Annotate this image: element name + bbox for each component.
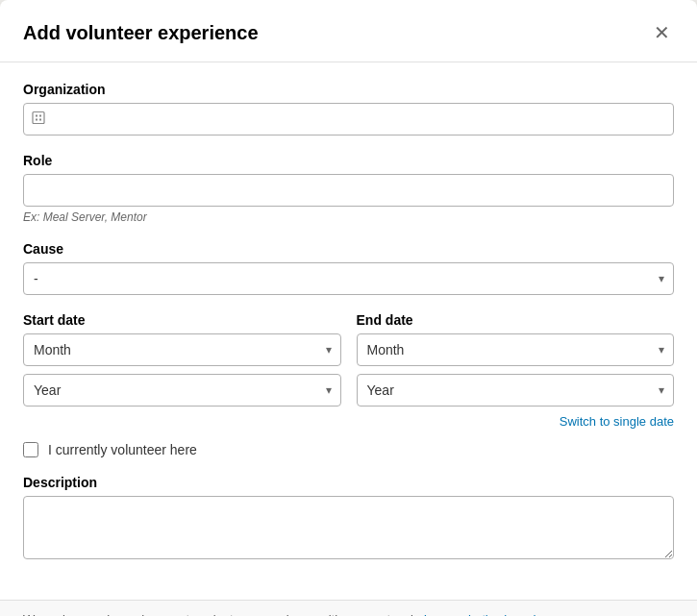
- end-month-wrapper: Month ▾: [357, 333, 675, 366]
- end-year-select[interactable]: Year: [357, 374, 675, 407]
- cause-label: Cause: [23, 241, 674, 257]
- end-date-col: End date Month ▾: [357, 312, 675, 366]
- start-year-col: Year ▾: [23, 374, 341, 407]
- description-textarea[interactable]: [23, 496, 674, 559]
- svg-rect-2: [39, 115, 41, 117]
- svg-rect-3: [36, 119, 37, 121]
- switch-to-single-date-link[interactable]: Switch to single date: [560, 414, 674, 429]
- modal-overlay: Add volunteer experience ✕ Organization: [0, 0, 697, 616]
- end-year-wrapper: Year ▾: [357, 374, 675, 407]
- role-hint: Ex: Meal Server, Mentor: [23, 210, 674, 224]
- end-month-select[interactable]: Month: [357, 333, 675, 366]
- switch-link-row: Switch to single date: [23, 414, 674, 429]
- description-group: Description: [23, 475, 674, 563]
- organization-group: Organization: [23, 82, 674, 136]
- start-month-select[interactable]: Month: [23, 333, 341, 366]
- end-date-label: End date: [357, 312, 675, 328]
- description-label: Description: [23, 475, 674, 490]
- cause-select-wrapper: - ▾: [23, 262, 674, 295]
- end-year-col: Year ▾: [357, 374, 675, 407]
- role-input[interactable]: [23, 174, 674, 207]
- organization-label: Organization: [23, 82, 674, 97]
- organization-input-wrapper: [23, 103, 674, 136]
- modal-header: Add volunteer experience ✕: [0, 0, 697, 62]
- start-date-col: Start date Month ▾: [23, 312, 341, 366]
- organization-input[interactable]: [23, 103, 674, 136]
- building-icon: [31, 111, 46, 129]
- start-year-select[interactable]: Year: [23, 374, 341, 407]
- year-selects-row: Year ▾ Year ▾: [23, 374, 674, 407]
- start-date-label: Start date: [23, 312, 341, 328]
- cause-group: Cause - ▾: [23, 241, 674, 295]
- cause-select[interactable]: -: [23, 262, 674, 295]
- start-year-wrapper: Year ▾: [23, 374, 341, 407]
- svg-rect-4: [39, 119, 41, 121]
- learn-whats-shared-link[interactable]: Learn what's shared: [424, 612, 536, 616]
- role-group: Role Ex: Meal Server, Mentor: [23, 153, 674, 224]
- start-month-wrapper: Month ▾: [23, 333, 341, 366]
- footer-notice: We no longer share changes to volunteer …: [0, 600, 697, 616]
- svg-rect-0: [33, 112, 44, 124]
- currently-volunteer-checkbox[interactable]: [23, 442, 38, 457]
- currently-volunteer-label: I currently volunteer here: [48, 442, 197, 457]
- modal-body: Organization Role: [0, 62, 697, 600]
- add-volunteer-modal: Add volunteer experience ✕ Organization: [0, 0, 697, 616]
- role-label: Role: [23, 153, 674, 168]
- currently-volunteer-row: I currently volunteer here: [23, 442, 674, 457]
- svg-rect-1: [36, 115, 37, 117]
- footer-notice-text: We no longer share changes to volunteer …: [23, 612, 424, 616]
- modal-title: Add volunteer experience: [23, 22, 259, 44]
- close-button[interactable]: ✕: [650, 19, 674, 46]
- date-labels-row: Start date Month ▾ End date Month ▾: [23, 312, 674, 366]
